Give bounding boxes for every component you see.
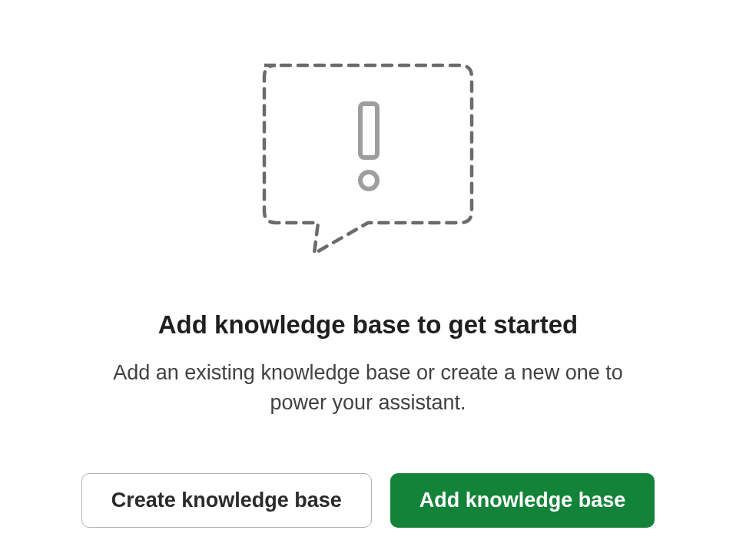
speech-bubble-exclamation-icon [253,54,483,272]
add-knowledge-base-button[interactable]: Add knowledge base [390,473,655,527]
empty-state-subheading: Add an existing knowledge base or create… [91,358,645,418]
button-row: Create knowledge base Add knowledge base [81,473,655,527]
svg-rect-0 [360,104,377,157]
svg-point-1 [360,172,377,189]
create-knowledge-base-button[interactable]: Create knowledge base [81,473,372,527]
empty-state-heading: Add knowledge base to get started [158,310,578,340]
